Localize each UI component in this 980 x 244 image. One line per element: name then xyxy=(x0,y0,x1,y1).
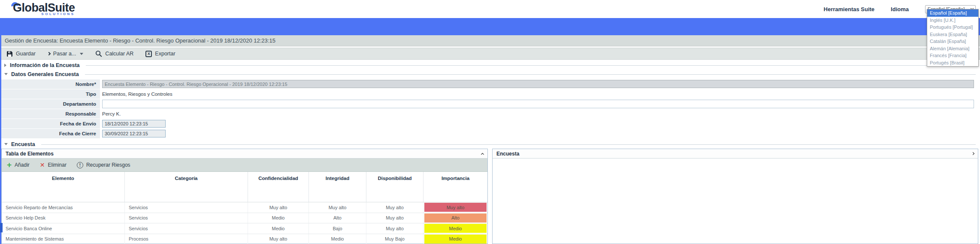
cell-elemento: Mantenimiento de Sistemas xyxy=(2,234,125,244)
pasar-a-button[interactable]: Pasar a... xyxy=(48,51,84,57)
table-row[interactable]: Servicio Help Desk Servicios Medio Alto … xyxy=(2,213,487,224)
save-button[interactable]: Guardar xyxy=(6,51,36,57)
departamento-input[interactable] xyxy=(102,100,974,108)
cell-confidencialidad: Muy alto xyxy=(248,202,309,213)
language-option[interactable]: Español [España] xyxy=(927,9,978,17)
language-option[interactable]: Portugés [Brasil] xyxy=(927,59,978,67)
col-header-confidencialidad[interactable]: Confidencialidad xyxy=(248,172,309,202)
col-header-elemento[interactable]: Elemento xyxy=(2,172,125,202)
magnifier-icon xyxy=(95,50,102,57)
language-option[interactable]: Portugués [Portugal] xyxy=(927,24,978,31)
table-row[interactable]: Servicio Banca Online Servicios Medio Ba… xyxy=(2,223,487,234)
form-row-departamento: Departamento xyxy=(1,99,980,109)
main-toolbar: Guardar Pasar a... Calcular AR X Exporta… xyxy=(1,48,980,60)
general-data-form: Nombre* Tipo Elementos, Riesgos y Contro… xyxy=(1,79,980,138)
section-rule xyxy=(41,144,976,145)
app-window: GlobalSuite SOLUTIONS Herramientas Suite… xyxy=(0,0,980,244)
language-option[interactable]: Euskera [España] xyxy=(927,31,978,38)
menu-herramientas-suite[interactable]: Herramientas Suite xyxy=(824,6,875,12)
recover-risks-label: Recuperar Riesgos xyxy=(86,162,130,168)
caret-down-icon xyxy=(80,53,83,55)
elements-table-toolbar: + Añadir ✕ Eliminar ! Recuperar Riesgos xyxy=(2,159,487,172)
language-option[interactable]: Francés [Francia] xyxy=(927,52,978,59)
col-header-importancia[interactable]: Importancia xyxy=(423,172,487,202)
fecha-cierre-label: Fecha de Cierre xyxy=(1,129,100,138)
fecha-cierre-input[interactable] xyxy=(102,130,166,137)
add-label: Añadir xyxy=(15,162,30,168)
cell-disponibilidad: Muy Bajo xyxy=(366,234,423,244)
exclamation-circle-icon: ! xyxy=(77,162,83,168)
cell-integridad: Bajo xyxy=(309,223,366,234)
tipo-value: Elementos, Riesgos y Controles xyxy=(100,92,980,97)
cell-confidencialidad: Muy alto xyxy=(248,234,309,244)
importance-badge: Alto xyxy=(424,214,487,223)
fecha-envio-input[interactable] xyxy=(102,120,166,128)
expanded-triangle-icon xyxy=(4,143,8,145)
elements-panel-title: Tabla de Elementos xyxy=(6,151,54,157)
language-option[interactable]: Inglés [U.K.] xyxy=(927,17,978,24)
export-label: Exportar xyxy=(155,51,175,57)
elements-panel-header[interactable]: Tabla de Elementos xyxy=(2,149,487,159)
collapsed-triangle-icon xyxy=(4,64,6,67)
plus-icon: + xyxy=(7,162,12,168)
survey-panel: Encuesta xyxy=(492,149,978,244)
idioma-label: Idioma xyxy=(891,6,909,12)
page-title: Gestión de Encuesta: Encuesta Elemento -… xyxy=(1,35,980,46)
expand-right-icon xyxy=(971,152,974,155)
responsable-label: Responsable xyxy=(1,109,100,119)
language-option[interactable]: Catalán [España] xyxy=(927,38,978,45)
survey-panel-title: Encuesta xyxy=(496,151,519,157)
cell-confidencialidad: Medio xyxy=(248,223,309,234)
export-button[interactable]: X Exportar xyxy=(145,51,175,57)
cell-categoria: Servicios xyxy=(125,202,248,213)
form-row-responsable: Responsable Percy K. xyxy=(1,109,980,119)
cell-disponibilidad: Muy alto xyxy=(366,202,423,213)
blue-accent-bar xyxy=(0,18,980,35)
main-content: Gestión de Encuesta: Encuesta Elemento -… xyxy=(0,35,980,244)
importance-badge: Muy alto xyxy=(424,203,487,212)
calcular-ar-label: Calcular AR xyxy=(105,51,133,57)
table-row[interactable]: Servicio Reparto de Mercancías Servicios… xyxy=(2,202,487,213)
calcular-ar-button[interactable]: Calcular AR xyxy=(95,50,133,57)
save-label: Guardar xyxy=(16,51,36,57)
section-informacion-encuesta[interactable]: Información de la Encuesta xyxy=(1,61,980,70)
departamento-label: Departamento xyxy=(1,99,100,109)
importance-badge: Medio xyxy=(424,224,487,233)
cell-disponibilidad: Muy alto xyxy=(366,213,423,223)
app-header: GlobalSuite SOLUTIONS Herramientas Suite… xyxy=(0,0,980,18)
red-x-icon: ✕ xyxy=(40,162,45,168)
cell-categoria: Servicios xyxy=(125,223,248,234)
nombre-input[interactable] xyxy=(102,80,974,88)
form-row-nombre: Nombre* xyxy=(1,79,980,89)
row-selection-marker xyxy=(0,223,3,232)
col-header-categoria[interactable]: Categoría xyxy=(125,172,248,202)
cell-disponibilidad: Muy alto xyxy=(366,223,423,234)
section-encuesta[interactable]: Encuesta xyxy=(1,140,980,149)
cell-confidencialidad: Medio xyxy=(248,213,309,223)
responsable-value: Percy K. xyxy=(100,111,980,116)
cell-elemento: Servicio Reparto de Mercancías xyxy=(2,202,125,213)
cell-categoria: Servicios xyxy=(125,213,248,223)
form-row-fecha-envio: Fecha de Envío xyxy=(1,119,980,128)
col-header-integridad[interactable]: Integridad xyxy=(309,172,366,202)
delete-element-button[interactable]: ✕ Eliminar xyxy=(40,162,67,168)
logo-text: GlobalSuite xyxy=(13,2,75,14)
section-datos-generales[interactable]: Datos Generales Encuesta xyxy=(1,70,980,79)
table-row[interactable]: Mantenimiento de Sistemas Procesos Muy a… xyxy=(2,234,487,244)
recover-risks-button[interactable]: ! Recuperar Riesgos xyxy=(77,162,130,168)
cell-integridad: Medio xyxy=(309,234,366,244)
language-option[interactable]: Alemán [Alemania] xyxy=(927,45,978,52)
col-header-disponibilidad[interactable]: Disponibilidad xyxy=(366,172,423,202)
cell-categoria: Procesos xyxy=(125,234,248,244)
export-x-icon: X xyxy=(145,51,152,57)
cell-elemento: Servicio Help Desk xyxy=(2,213,125,223)
pasar-a-label: Pasar a... xyxy=(53,51,76,57)
form-row-fecha-cierre: Fecha de Cierre xyxy=(1,128,980,138)
section-rule xyxy=(85,74,976,75)
survey-panel-header[interactable]: Encuesta xyxy=(493,149,978,159)
floppy-disk-icon xyxy=(6,51,13,57)
chevron-right-icon xyxy=(47,52,51,55)
section-rule xyxy=(86,65,976,66)
add-element-button[interactable]: + Añadir xyxy=(7,162,30,168)
form-row-tipo: Tipo Elementos, Riesgos y Controles xyxy=(1,89,980,99)
